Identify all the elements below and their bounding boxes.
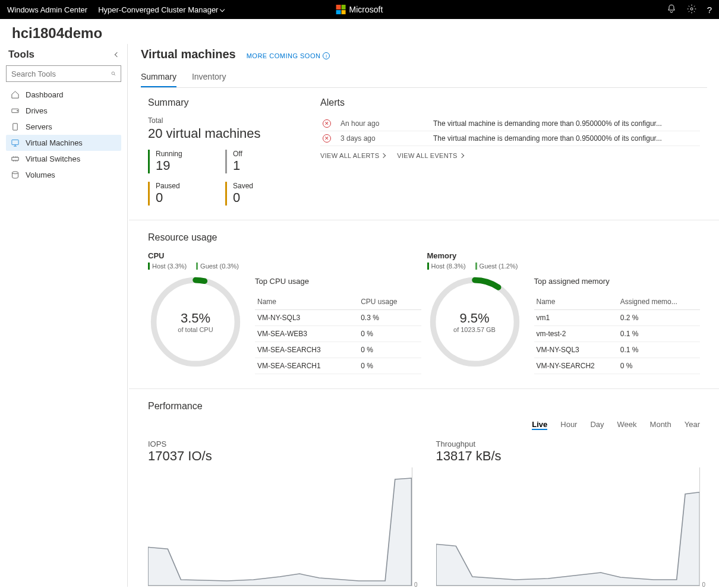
top-cpu-table: NameCPU usage VM-NY-SQL30.3 % VM-SEA-WEB… (255, 294, 421, 374)
range-day[interactable]: Day (590, 420, 604, 430)
sidebar-item-label: Virtual Machines (26, 138, 83, 147)
svg-point-1 (112, 72, 115, 75)
top-memory-title: Top assigned memory (534, 277, 701, 286)
sidebar-item-label: Virtual Switches (26, 154, 80, 163)
memory-block: Memory Host (8.3%) Guest (1.2%) 9.5%of 1… (427, 251, 701, 374)
stat-off: Off1 (225, 150, 297, 173)
server-icon (11, 122, 20, 131)
throughput-chart: 0 (436, 467, 701, 586)
iops-chart: 0 (148, 467, 412, 586)
tabs: Summary Inventory (141, 67, 707, 88)
alerts-heading: Alerts (320, 97, 700, 108)
volume-icon (11, 170, 20, 179)
more-coming-soon-link[interactable]: MORE COMING SOON i (247, 52, 330, 59)
svg-point-0 (690, 8, 693, 10)
range-week[interactable]: Week (617, 420, 637, 430)
top-cpu-title: Top CPU usage (255, 277, 421, 286)
range-year[interactable]: Year (685, 420, 700, 430)
context-switcher[interactable]: Hyper-Converged Cluster Manager (98, 5, 224, 14)
sidebar-item-virtual-machines[interactable]: Virtual Machines (6, 135, 121, 151)
table-row[interactable]: VM-NY-SQL30.3 % (255, 310, 421, 326)
svg-rect-7 (12, 157, 18, 160)
chevron-right-icon (381, 153, 386, 158)
app-brand[interactable]: Windows Admin Center (7, 5, 87, 14)
error-icon: ✕ (323, 119, 331, 128)
stat-paused: Paused0 (148, 182, 219, 206)
stat-saved: Saved0 (225, 182, 297, 206)
alert-time: 3 days ago (340, 134, 424, 143)
search-tools[interactable] (6, 65, 121, 82)
svg-point-8 (12, 172, 18, 174)
sidebar-item-label: Volumes (26, 170, 55, 179)
table-row[interactable]: vm-test-20.1 % (534, 326, 701, 342)
top-memory-table: NameAssigned memo... vm10.2 % vm-test-20… (534, 294, 701, 374)
sidebar-item-virtual-switches[interactable]: Virtual Switches (6, 151, 121, 167)
home-icon (11, 90, 20, 99)
iops-block: IOPS 17037 IO/s 0 60 Seconds agoNow (148, 440, 412, 587)
sidebar-item-label: Drives (26, 106, 48, 115)
search-tools-input[interactable] (11, 69, 111, 78)
collapse-sidebar-icon[interactable] (115, 52, 119, 57)
cpu-block: CPU Host (3.3%) Guest (0.3%) 3.5%of tota… (148, 251, 421, 374)
top-bar: Windows Admin Center Hyper-Converged Clu… (0, 0, 719, 19)
error-icon: ✕ (323, 134, 331, 143)
page-title: Virtual machines (141, 48, 236, 61)
tab-inventory[interactable]: Inventory (192, 67, 226, 87)
view-all-alerts-link[interactable]: VIEW ALL ALERTS (320, 152, 385, 159)
tools-heading: Tools (8, 49, 34, 61)
vm-icon (11, 138, 20, 147)
throughput-block: Throughput 13817 kB/s 0 60 Seconds agoNo… (436, 440, 701, 587)
chevron-right-icon (459, 153, 463, 158)
chevron-down-icon (220, 7, 225, 12)
cpu-gauge: 3.5%of total CPU (148, 274, 243, 369)
table-row[interactable]: VM-SEA-SEARCH30 % (255, 342, 421, 358)
microsoft-logo-icon (336, 5, 346, 14)
sidebar-item-volumes[interactable]: Volumes (6, 167, 121, 183)
sidebar: Tools Dashboard Drives Servers Virtual M… (0, 44, 128, 587)
svg-rect-5 (13, 124, 18, 130)
drive-icon (11, 106, 20, 115)
time-range-tabs: Live Hour Day Week Month Year (148, 420, 700, 430)
memory-title: Memory (427, 251, 701, 260)
table-row[interactable]: VM-SEA-SEARCH10 % (255, 358, 421, 374)
range-hour[interactable]: Hour (560, 420, 577, 430)
notifications-icon[interactable] (667, 4, 676, 15)
range-month[interactable]: Month (650, 420, 671, 430)
alert-time: An hour ago (340, 119, 424, 128)
svg-rect-6 (12, 140, 18, 145)
summary-heading: Summary (148, 97, 302, 108)
settings-icon[interactable] (687, 4, 696, 15)
memory-gauge: 9.5%of 1023.57 GB (427, 274, 522, 369)
main-content: Virtual machines MORE COMING SOON i Summ… (128, 44, 719, 587)
alert-row[interactable]: ✕ An hour ago The virtual machine is dem… (320, 116, 700, 131)
summary-total-label: Total (148, 116, 302, 125)
range-live[interactable]: Live (532, 420, 547, 430)
alert-message: The virtual machine is demanding more th… (433, 134, 698, 143)
view-all-events-link[interactable]: VIEW ALL EVENTS (397, 152, 463, 159)
resource-usage-heading: Resource usage (148, 232, 700, 243)
sidebar-item-label: Servers (26, 122, 52, 131)
help-icon[interactable]: ? (707, 5, 712, 15)
table-row[interactable]: VM-NY-SEARCH20 % (534, 358, 701, 374)
table-row[interactable]: vm10.2 % (534, 310, 701, 326)
iops-value: 17037 IO/s (148, 448, 412, 464)
iops-label: IOPS (148, 440, 412, 448)
table-row[interactable]: VM-SEA-WEB30 % (255, 326, 421, 342)
sidebar-item-dashboard[interactable]: Dashboard (6, 87, 121, 103)
microsoft-label: Microsoft (349, 5, 383, 14)
tab-summary[interactable]: Summary (141, 67, 176, 87)
context-label: Hyper-Converged Cluster Manager (98, 5, 218, 14)
sidebar-item-servers[interactable]: Servers (6, 119, 121, 135)
table-row[interactable]: VM-NY-SQL30.1 % (534, 342, 701, 358)
microsoft-logo: Microsoft (336, 5, 383, 14)
alert-row[interactable]: ✕ 3 days ago The virtual machine is dema… (320, 131, 700, 146)
search-icon (111, 69, 116, 78)
summary-total-value: 20 virtual machines (148, 126, 302, 141)
cluster-title: hci1804demo (0, 19, 719, 44)
svg-line-2 (114, 74, 115, 75)
info-icon: i (323, 52, 330, 59)
sidebar-item-drives[interactable]: Drives (6, 103, 121, 119)
sidebar-item-label: Dashboard (26, 90, 64, 99)
switch-icon (11, 154, 20, 163)
svg-point-4 (17, 110, 18, 111)
